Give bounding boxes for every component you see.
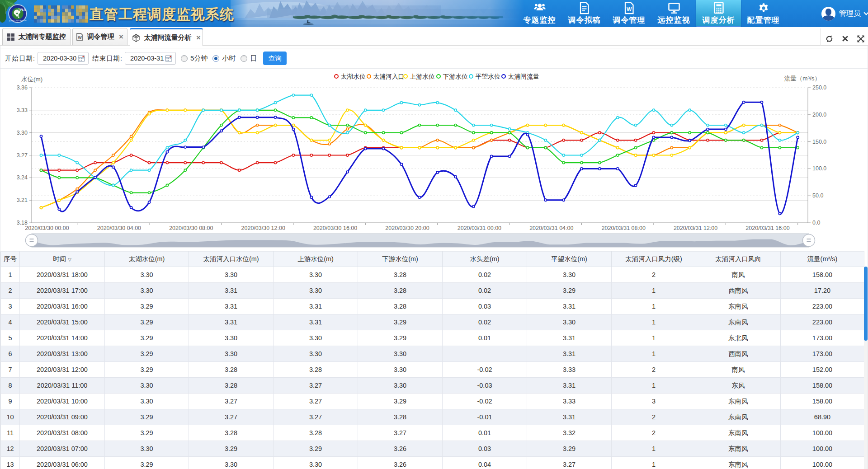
svg-text:3.21: 3.21 (17, 197, 28, 203)
svg-text:3.27: 3.27 (17, 152, 28, 159)
svg-text:2020/03/30 04:00: 2020/03/30 04:00 (97, 225, 141, 231)
svg-text:TBA: TBA (18, 8, 27, 12)
svg-text:50.0: 50.0 (812, 192, 823, 199)
svg-text:太浦河入口: 太浦河入口 (373, 73, 405, 80)
svg-text:100.0: 100.0 (812, 165, 826, 172)
svg-text:2020/03/31 08:00: 2020/03/31 08:00 (602, 225, 646, 231)
svg-text:平望水位: 平望水位 (476, 73, 500, 80)
svg-text:2020/03/30 12:00: 2020/03/30 12:00 (241, 225, 285, 231)
svg-text:2020/03/30 00:00: 2020/03/30 00:00 (25, 225, 69, 231)
svg-text:3.36: 3.36 (17, 84, 28, 91)
svg-text:2020/03/31 12:00: 2020/03/31 12:00 (674, 225, 717, 231)
svg-text:流量（m³/s）: 流量（m³/s） (784, 75, 821, 82)
svg-text:0.0: 0.0 (812, 220, 820, 226)
svg-text:2020/03/31 04:00: 2020/03/31 04:00 (529, 225, 573, 231)
svg-text:太浦闸流量: 太浦闸流量 (508, 73, 539, 80)
svg-text:2020/03/30 16:00: 2020/03/30 16:00 (313, 225, 357, 231)
svg-text:2020/03/30 20:00: 2020/03/30 20:00 (385, 225, 429, 231)
svg-text:150.0: 150.0 (812, 139, 826, 145)
svg-text:250.0: 250.0 (812, 84, 826, 91)
svg-text:2020/03/31 00:00: 2020/03/31 00:00 (458, 225, 501, 231)
svg-text:3.33: 3.33 (17, 107, 28, 113)
svg-text:下游水位: 下游水位 (443, 73, 468, 80)
svg-text:200.0: 200.0 (812, 112, 826, 118)
svg-text:3.24: 3.24 (17, 174, 28, 181)
svg-text:2020/03/30 08:00: 2020/03/30 08:00 (169, 225, 213, 231)
svg-text:W: W (627, 6, 632, 13)
svg-text:W: W (78, 35, 82, 40)
svg-text:水位(m): 水位(m) (21, 76, 42, 83)
svg-text:上游水位: 上游水位 (410, 73, 435, 80)
svg-text:水利部太湖流域管理局: 水利部太湖流域管理局 (9, 19, 27, 22)
svg-text:3.30: 3.30 (17, 130, 28, 136)
svg-text:太湖水位: 太湖水位 (341, 73, 366, 80)
svg-text:2020/03/31 16:00: 2020/03/31 16:00 (745, 225, 789, 231)
